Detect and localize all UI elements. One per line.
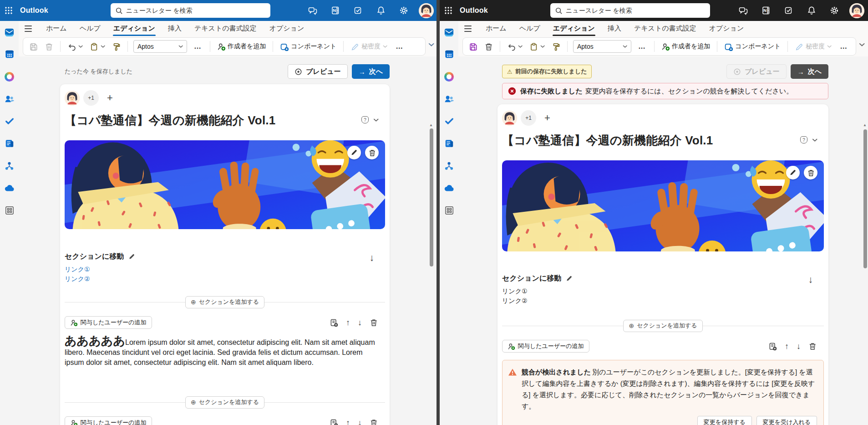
search-input[interactable]	[566, 7, 706, 14]
edit-section-pencil-icon[interactable]	[566, 275, 573, 282]
add-section-button[interactable]: ⊕セクションを追加する	[185, 296, 264, 308]
component-button[interactable]: コンポーネント	[279, 41, 338, 53]
search-box[interactable]	[111, 3, 270, 18]
move-down-icon[interactable]: ↓	[797, 342, 801, 350]
section-link-1[interactable]: リンク①	[65, 266, 90, 274]
hamburger-menu-icon[interactable]	[22, 23, 34, 35]
chat-icon[interactable]	[736, 3, 751, 18]
tab-help[interactable]: ヘルプ	[515, 21, 545, 36]
search-box[interactable]	[550, 3, 710, 18]
delete-section-icon[interactable]	[370, 318, 378, 327]
add-author-button[interactable]: 作成者を追加	[660, 41, 711, 52]
tab-insert[interactable]: 挿入	[603, 21, 626, 36]
delete-section-icon[interactable]	[808, 342, 817, 350]
banner-image[interactable]	[502, 160, 824, 251]
delete-button[interactable]	[483, 41, 494, 53]
tab-options[interactable]: オプション	[265, 21, 309, 36]
chat-icon[interactable]	[305, 3, 320, 18]
add-engaged-user-button[interactable]: 関与したユーザーの追加	[502, 340, 589, 353]
font-select[interactable]: Aptos	[133, 40, 187, 53]
move-down-icon[interactable]: ↓	[358, 419, 362, 425]
newsletter-title[interactable]: 【コパ塾通信】今週の新機能紹介 Vol.1	[65, 113, 361, 128]
tab-home[interactable]: ホーム	[481, 21, 511, 36]
section-link-2[interactable]: リンク②	[65, 275, 90, 283]
toolbar-overflow-button[interactable]: …	[393, 42, 406, 51]
notifications-bell-icon[interactable]	[804, 3, 819, 18]
more-collaborators-badge[interactable]: +1	[521, 110, 536, 126]
delete-section-icon[interactable]	[370, 419, 378, 425]
rail-todo-icon[interactable]	[4, 116, 15, 127]
onenote-icon[interactable]	[758, 3, 774, 18]
move-section-down-icon[interactable]: ↓	[808, 275, 813, 284]
chevron-down-icon[interactable]	[812, 138, 817, 142]
edit-section-pencil-icon[interactable]	[128, 253, 135, 260]
rail-newsletter-icon[interactable]	[444, 138, 455, 149]
tab-home[interactable]: ホーム	[41, 21, 71, 36]
rail-todo-icon[interactable]	[444, 116, 455, 127]
font-overflow-button[interactable]: …	[635, 42, 649, 51]
rail-calendar-icon[interactable]	[4, 49, 15, 60]
add-collaborator-button[interactable]: +	[102, 92, 117, 104]
tab-edition[interactable]: エディション	[109, 21, 160, 36]
settings-gear-icon[interactable]	[827, 3, 842, 18]
vertical-scrollbar[interactable]	[863, 129, 867, 268]
toolbar-overflow-button[interactable]: …	[837, 42, 850, 51]
help-badge-icon[interactable]: ?	[800, 136, 807, 143]
scrollbar-up-arrow[interactable]: ▲	[429, 123, 433, 127]
todo-icon[interactable]	[781, 3, 797, 18]
sensitivity-button[interactable]: 秘密度	[793, 41, 833, 53]
move-section-down-icon[interactable]: ↓	[370, 253, 375, 262]
tab-text-format[interactable]: テキストの書式設定	[629, 21, 701, 36]
section-body-text[interactable]: あああああLorem ipsum dolor sit amet, consect…	[65, 335, 383, 368]
format-painter-button[interactable]	[550, 41, 562, 53]
ribbon-collapse-chevron-icon[interactable]	[859, 43, 865, 46]
delete-banner-button[interactable]	[365, 146, 379, 159]
delete-banner-button[interactable]	[804, 166, 817, 179]
banner-image[interactable]	[65, 140, 385, 229]
settings-gear-icon[interactable]	[396, 3, 411, 18]
rail-more-apps-icon[interactable]	[4, 205, 15, 216]
rail-more-apps-icon[interactable]	[444, 205, 455, 216]
ribbon-collapse-chevron-icon[interactable]	[428, 43, 434, 46]
undo-button[interactable]	[506, 41, 524, 53]
vertical-scrollbar[interactable]	[430, 128, 433, 266]
chevron-down-icon[interactable]	[373, 118, 379, 122]
rail-calendar-icon[interactable]	[444, 49, 455, 60]
notifications-bell-icon[interactable]	[373, 3, 389, 18]
sensitivity-button[interactable]: 秘密度	[349, 41, 389, 53]
add-section-button[interactable]: ⊕セクションを追加する	[623, 320, 702, 332]
add-author-button[interactable]: 作成者を追加	[216, 41, 267, 52]
tab-text-format[interactable]: テキストの書式設定	[190, 21, 261, 36]
keep-changes-button[interactable]: 変更を保持する	[697, 416, 752, 425]
move-up-icon[interactable]: ↑	[785, 342, 789, 350]
rail-people-icon[interactable]	[444, 93, 455, 104]
rail-mail-icon[interactable]	[444, 26, 455, 37]
rail-people-icon[interactable]	[4, 93, 15, 104]
add-engaged-user-button[interactable]: 関与したユーザーの追加	[65, 316, 152, 329]
tab-options[interactable]: オプション	[705, 21, 749, 36]
rail-org-icon[interactable]	[4, 160, 15, 171]
move-up-icon[interactable]: ↑	[346, 318, 350, 327]
add-collaborator-button[interactable]: +	[540, 112, 555, 124]
delete-button[interactable]	[43, 41, 55, 53]
rail-copilot-icon[interactable]	[4, 71, 15, 82]
duplicate-section-icon[interactable]	[330, 419, 338, 425]
font-select[interactable]: Aptos	[573, 40, 631, 53]
paste-button[interactable]	[88, 41, 107, 53]
newsletter-title[interactable]: 【コパ塾通信】今週の新機能紹介 Vol.1	[502, 133, 800, 148]
format-painter-button[interactable]	[111, 41, 122, 53]
undo-button[interactable]	[66, 41, 84, 53]
save-button[interactable]	[467, 41, 479, 53]
todo-icon[interactable]	[350, 3, 366, 18]
component-button[interactable]: コンポーネント	[723, 41, 782, 53]
next-button[interactable]: →次へ	[352, 64, 390, 79]
rail-onedrive-icon[interactable]	[444, 183, 455, 194]
edit-banner-button[interactable]	[786, 166, 800, 179]
author-avatar[interactable]	[502, 111, 517, 126]
paste-button[interactable]	[528, 41, 546, 53]
save-button[interactable]	[28, 41, 39, 53]
rail-onedrive-icon[interactable]	[4, 183, 15, 194]
author-avatar[interactable]	[65, 91, 80, 106]
tab-insert[interactable]: 挿入	[163, 21, 186, 36]
add-engaged-user-button[interactable]: 関与したユーザーの追加	[65, 416, 152, 425]
